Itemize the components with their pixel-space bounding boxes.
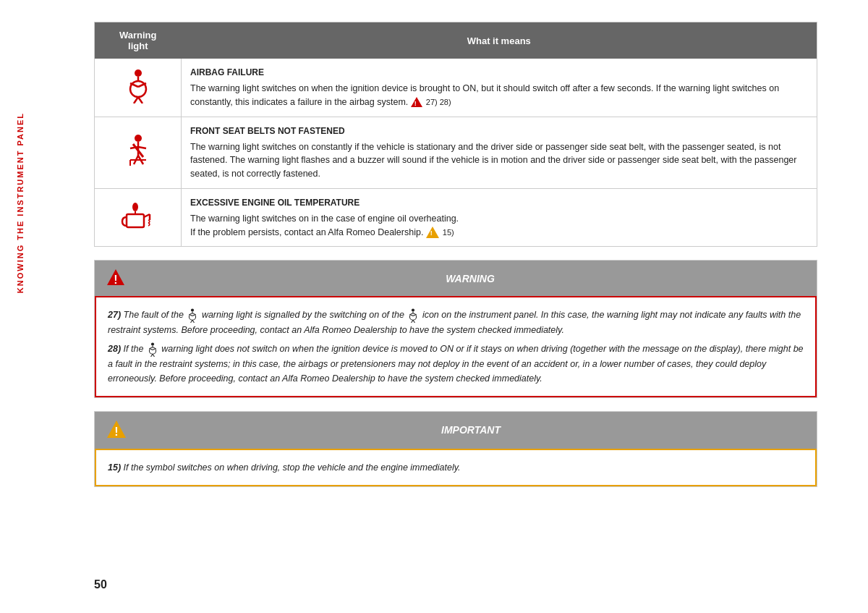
svg-text:!: !: [114, 426, 118, 438]
warning-ref-27: 27): [108, 310, 121, 320]
airbag-icon: [123, 69, 153, 103]
main-content: Warninglight What it means: [94, 22, 817, 487]
col-header-light: Warninglight: [95, 22, 182, 59]
svg-point-23: [191, 308, 194, 311]
svg-line-11: [138, 147, 146, 148]
svg-point-7: [135, 135, 142, 142]
important-text: 15) If the symbol switches on when drivi…: [108, 462, 461, 473]
svg-line-26: [192, 320, 195, 323]
icon-cell-oil: [95, 188, 182, 247]
svg-point-19: [132, 203, 138, 211]
important-title: IMPORTANT: [136, 424, 806, 436]
icon-cell-seatbelt: [95, 117, 182, 188]
airbag-inline-icon3: [146, 342, 159, 357]
svg-line-39: [150, 354, 153, 357]
warning-ref-28: 28): [108, 344, 121, 354]
important-ref-15: 15): [108, 462, 121, 473]
svg-line-40: [153, 354, 155, 357]
important-section: ! IMPORTANT 15) If the symbol switches o…: [94, 411, 817, 487]
row-text-seatbelt: The warning light switches on constantly…: [190, 142, 796, 179]
warning-text-27: 27) The fault of the warning light is si…: [108, 308, 804, 337]
warning-title: WARNING: [135, 273, 806, 284]
icon-cell-airbag: [95, 59, 182, 117]
oil-temp-icon: [121, 201, 156, 232]
svg-line-25: [191, 320, 193, 323]
warning-header: ! WARNING: [95, 261, 817, 296]
airbag-warning-badge: 27) 28): [411, 96, 451, 109]
sidebar-label: KNOWING THE INSTRUMENT PANEL: [16, 112, 25, 293]
svg-line-33: [413, 320, 415, 323]
text-cell-oil: EXCESSIVE ENGINE OIL TEMPERATURE The war…: [182, 188, 817, 247]
red-triangle-icon: [411, 97, 422, 107]
sidebar: KNOWING THE INSTRUMENT PANEL: [13, 22, 27, 384]
warning-table: Warninglight What it means: [94, 22, 817, 247]
table-row: AIRBAG FAILURE The warning light switche…: [95, 59, 817, 117]
svg-line-3: [138, 97, 142, 103]
svg-point-30: [412, 308, 414, 311]
warning-section: ! WARNING 27) The fault of the warning l…: [94, 260, 817, 397]
airbag-inline-icon1: [186, 308, 199, 323]
row-title-seatbelt: FRONT SEAT BELTS NOT FASTENED: [190, 124, 808, 138]
warning-header-icon: !: [106, 268, 126, 289]
svg-text:!: !: [114, 274, 117, 286]
svg-rect-16: [127, 214, 144, 227]
airbag-inline-icon2: [407, 308, 420, 323]
important-header: ! IMPORTANT: [95, 412, 817, 449]
row-title-oil: EXCESSIVE ENGINE OIL TEMPERATURE: [190, 196, 808, 209]
col-header-means: What it means: [182, 22, 817, 59]
page-number: 50: [94, 578, 107, 591]
text-cell-seatbelt: FRONT SEAT BELTS NOT FASTENED The warnin…: [182, 117, 817, 188]
svg-point-37: [151, 342, 154, 345]
svg-line-2: [134, 97, 138, 103]
yellow-triangle-icon: [426, 227, 439, 238]
row-title-airbag: AIRBAG FAILURE: [190, 66, 808, 79]
warning-text-28: 28) If the warning light does not switch…: [108, 342, 804, 386]
table-row: FRONT SEAT BELTS NOT FASTENED The warnin…: [95, 117, 817, 188]
important-body: 15) If the symbol switches on when drivi…: [95, 449, 817, 486]
text-cell-airbag: AIRBAG FAILURE The warning light switche…: [182, 59, 817, 117]
oil-refs: 15): [443, 227, 454, 239]
oil-warning-badge: 15): [426, 227, 454, 239]
table-row: EXCESSIVE ENGINE OIL TEMPERATURE The war…: [95, 188, 817, 247]
svg-line-32: [412, 320, 414, 323]
svg-point-0: [135, 69, 142, 77]
seatbelt-icon: [123, 134, 153, 169]
airbag-refs: 27) 28): [426, 96, 451, 109]
important-header-icon: !: [106, 419, 127, 441]
row-text-airbag: The warning light switches on when the i…: [190, 83, 779, 107]
warning-body: 27) The fault of the warning light is si…: [95, 296, 817, 397]
